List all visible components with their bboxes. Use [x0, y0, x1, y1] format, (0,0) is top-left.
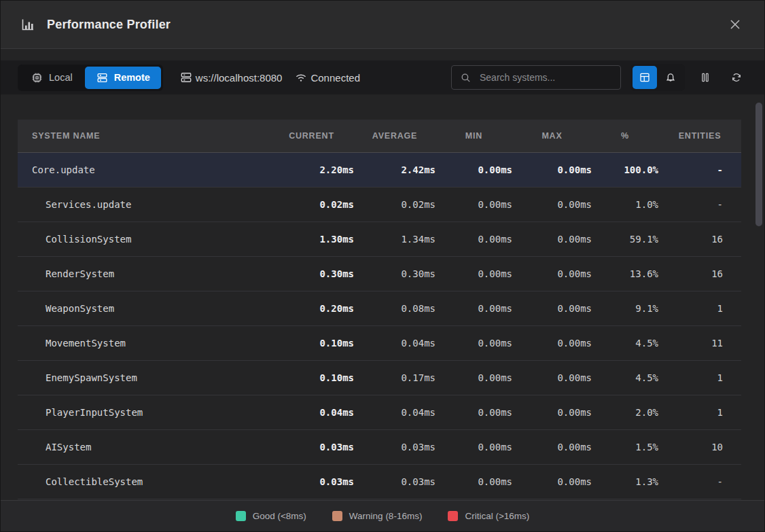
column-header-max[interactable]: MAX — [512, 131, 592, 141]
column-header-system-name[interactable]: SYSTEM NAME — [18, 131, 269, 141]
cell-average: 0.17ms — [354, 372, 435, 383]
table-row[interactable]: CollisionSystem1.30ms1.34ms0.00ms0.00ms5… — [18, 222, 741, 257]
legend-swatch-icon — [448, 511, 458, 521]
ws-url: ws://localhost:8080 — [196, 72, 283, 84]
refresh-button[interactable] — [726, 67, 747, 88]
legend-swatch-icon — [332, 511, 342, 521]
cell-min: 0.00ms — [435, 268, 512, 279]
mode-toggle: Local Remote — [18, 65, 163, 91]
system-name: WeaponSystem — [18, 303, 269, 314]
system-name: Services.update — [18, 199, 269, 210]
table-body: Core.update2.20ms2.42ms0.00ms0.00ms100.0… — [18, 153, 741, 499]
cell-min: 0.00ms — [435, 407, 512, 418]
cell-average: 2.42ms — [354, 164, 435, 175]
table-row[interactable]: PlayerInputSystem0.04ms0.04ms0.00ms0.00m… — [18, 395, 741, 430]
cell-current: 1.30ms — [269, 234, 354, 245]
search-icon — [460, 72, 472, 84]
table-row[interactable]: MovementSystem0.10ms0.04ms0.00ms0.00ms4.… — [18, 326, 741, 361]
cell-min: 0.00ms — [435, 199, 512, 210]
system-name: AISystem — [18, 442, 269, 453]
cell-current: 0.04ms — [269, 407, 354, 418]
scrollbar-thumb[interactable] — [755, 103, 762, 226]
cell-entities: 11 — [658, 338, 741, 349]
cell-min: 0.00ms — [435, 234, 512, 245]
cell-average: 1.34ms — [354, 234, 435, 245]
column-header-current[interactable]: CURRENT — [269, 131, 354, 141]
table-row[interactable]: Services.update0.02ms0.02ms0.00ms0.00ms1… — [18, 188, 741, 222]
cell-max: 0.00ms — [512, 407, 592, 418]
cell-max: 0.00ms — [512, 199, 592, 210]
alerts-button[interactable] — [658, 66, 683, 89]
cell-average: 0.03ms — [354, 442, 435, 453]
cell-current: 2.20ms — [269, 164, 354, 175]
system-name: RenderSystem — [18, 268, 269, 279]
connection-status: Connected — [310, 72, 360, 84]
table-row[interactable]: RenderSystem0.30ms0.30ms0.00ms0.00ms13.6… — [18, 257, 741, 291]
pause-button[interactable] — [694, 67, 716, 88]
system-name: CollectibleSystem — [18, 476, 269, 487]
page-title: Performance Profiler — [47, 18, 171, 32]
remote-mode-label: Remote — [114, 72, 150, 83]
search-box — [451, 65, 621, 90]
server-icon — [179, 71, 193, 84]
system-name: EnemySpawnSystem — [18, 372, 269, 383]
cell-max: 0.00ms — [512, 442, 592, 453]
cell-average: 0.08ms — [354, 303, 435, 314]
cell-average: 0.03ms — [354, 476, 435, 487]
table-row[interactable]: CollectibleSystem0.03ms0.03ms0.00ms0.00m… — [18, 465, 741, 499]
table-row[interactable]: Core.update2.20ms2.42ms0.00ms0.00ms100.0… — [18, 153, 741, 188]
table-row[interactable]: AISystem0.03ms0.03ms0.00ms0.00ms1.5%10 — [18, 430, 741, 465]
column-header-average[interactable]: AVERAGE — [354, 131, 435, 141]
system-name: CollisionSystem — [18, 234, 269, 245]
bell-icon — [664, 71, 677, 84]
table-view-button[interactable] — [633, 66, 657, 89]
cell-current: 0.20ms — [269, 303, 354, 314]
cell-min: 0.00ms — [435, 164, 512, 175]
search-input[interactable] — [478, 71, 612, 84]
connection-info: ws://localhost:8080 Connected — [179, 71, 360, 84]
cell-min: 0.00ms — [435, 442, 512, 453]
legend-item: Critical (>16ms) — [448, 511, 529, 521]
close-button[interactable] — [725, 14, 745, 35]
table-header: SYSTEM NAMECURRENTAVERAGEMINMAX%ENTITIES — [18, 120, 741, 153]
table-row[interactable]: EnemySpawnSystem0.10ms0.17ms0.00ms0.00ms… — [18, 361, 741, 395]
cell-entities: 1 — [658, 372, 741, 383]
view-toggle-group — [630, 64, 685, 91]
table-row[interactable]: WeaponSystem0.20ms0.08ms0.00ms0.00ms9.1%… — [18, 291, 741, 326]
cell-current: 0.30ms — [269, 268, 354, 279]
remote-mode-button[interactable]: Remote — [85, 67, 161, 89]
system-name: Core.update — [18, 164, 269, 175]
cell-percent: 1.3% — [592, 476, 658, 487]
cell-max: 0.00ms — [512, 268, 592, 279]
cell-entities: - — [658, 476, 741, 487]
cell-entities: 1 — [658, 303, 741, 314]
cell-max: 0.00ms — [512, 476, 592, 487]
cell-current: 0.10ms — [269, 338, 354, 349]
cell-entities: 16 — [658, 234, 741, 245]
cell-min: 0.00ms — [435, 372, 512, 383]
legend-items: Good (<8ms)Warning (8-16ms)Critical (>16… — [236, 511, 530, 521]
cell-percent: 4.5% — [592, 338, 658, 349]
scrollbar — [755, 101, 763, 501]
cell-max: 0.00ms — [512, 338, 592, 349]
cell-percent: 13.6% — [592, 268, 658, 279]
system-name: MovementSystem — [18, 338, 269, 349]
cell-current: 0.10ms — [269, 372, 354, 383]
cell-min: 0.00ms — [435, 338, 512, 349]
cell-percent: 100.0% — [592, 164, 658, 175]
cell-max: 0.00ms — [512, 164, 592, 175]
column-header-min[interactable]: MIN — [435, 131, 512, 141]
column-header-entities[interactable]: ENTITIES — [658, 131, 741, 141]
cell-min: 0.00ms — [435, 476, 512, 487]
column-header--[interactable]: % — [592, 131, 658, 141]
cell-entities: 1 — [658, 407, 741, 418]
legend-label: Good (<8ms) — [253, 511, 306, 521]
local-mode-button[interactable]: Local — [20, 67, 84, 89]
cpu-icon — [31, 71, 43, 84]
system-name: PlayerInputSystem — [18, 407, 269, 418]
cell-max: 0.00ms — [512, 303, 592, 314]
systems-table: SYSTEM NAMECURRENTAVERAGEMINMAX%ENTITIES… — [18, 120, 741, 505]
cell-max: 0.00ms — [512, 372, 592, 383]
server-icon — [96, 71, 109, 84]
cell-percent: 1.5% — [592, 442, 658, 453]
